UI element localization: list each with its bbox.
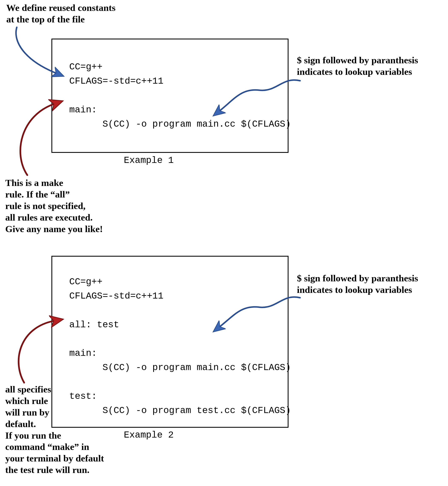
arrow-all xyxy=(19,321,55,383)
example2-caption: Example 2 xyxy=(124,430,174,440)
annotation-dollar-1: $ sign followed by paranthesis indicates… xyxy=(297,55,418,78)
diagram-stage: CC=g++ CFLAGS=-std=c++11 main: S(CC) -o … xyxy=(0,0,448,486)
arrow-rule xyxy=(20,104,55,175)
annotation-constants: We define reused constants at the top of… xyxy=(6,2,115,25)
arrow-constants xyxy=(16,27,57,73)
annotation-rule: This is a make rule. If the “all” rule i… xyxy=(5,177,103,235)
example1-caption: Example 1 xyxy=(124,155,174,166)
annotation-all: all specifies which rule will run by def… xyxy=(5,384,104,476)
example1-code: CC=g++ CFLAGS=-std=c++11 main: S(CC) -o … xyxy=(69,60,291,131)
annotation-dollar-2: $ sign followed by paranthesis indicates… xyxy=(297,273,418,296)
